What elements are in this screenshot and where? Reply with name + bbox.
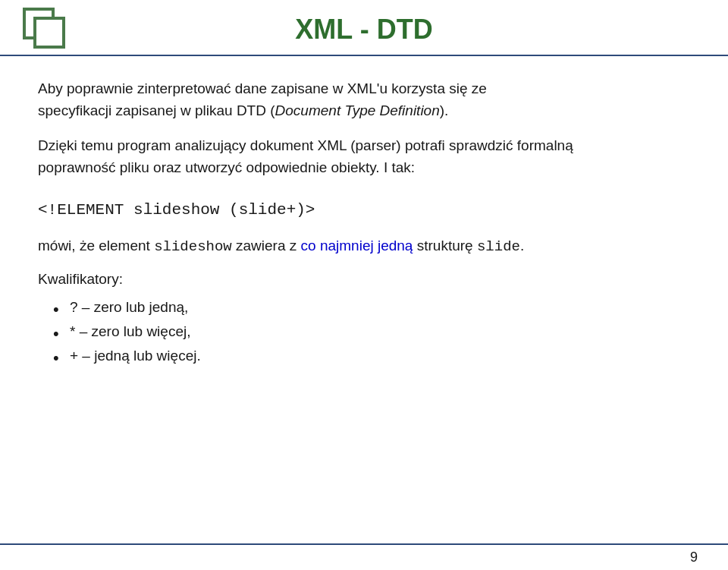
logo: [23, 8, 76, 57]
list-item-text: + – jedną lub więcej.: [70, 348, 201, 364]
element-declaration: <!ELEMENT slideshow (slide+)>: [38, 191, 690, 232]
list-item-text: ? – zero lub jedną,: [70, 299, 188, 315]
qualifiers-list: ? – zero lub jedną, * – zero lub więcej,…: [53, 295, 690, 369]
list-item: + – jedną lub więcej.: [53, 344, 690, 368]
intro-paragraph: Aby poprawnie zinterpretować dane zapisa…: [38, 77, 690, 122]
page-title: XML - DTD: [295, 14, 432, 46]
explains-code1: slideshow: [154, 238, 232, 255]
explains-middle: zawiera z: [232, 238, 301, 254]
list-item: * – zero lub więcej,: [53, 320, 690, 344]
explains-highlight: co najmniej jedną: [301, 238, 413, 254]
code-prefix: <!ELEMENT: [38, 201, 133, 219]
explains-end: .: [520, 238, 524, 254]
intro-text-line2-prefix: specyfikacji zapisanej w plikau DTD (: [38, 102, 275, 118]
qualifiers-title: Kwalifikatory:: [38, 271, 690, 288]
slide-footer: 9: [0, 543, 728, 570]
slide-header: XML - DTD: [0, 0, 728, 56]
page-number: 9: [690, 550, 698, 565]
explains-suffix: strukturę: [413, 238, 476, 254]
logo-rect-inner: [33, 17, 65, 49]
slide-content: Aby poprawnie zinterpretować dane zapisa…: [0, 56, 728, 543]
list-item-text: * – zero lub więcej,: [70, 323, 190, 339]
explains-paragraph: mówi, że element slideshow zawiera z co …: [38, 235, 690, 258]
explains-prefix: mówi, że element: [38, 238, 154, 254]
description-paragraph: Dzięki temu program analizujący dokument…: [38, 134, 690, 179]
slide-page: XML - DTD Aby poprawnie zinterpretować d…: [0, 0, 728, 570]
explains-code2: slide: [477, 238, 520, 255]
logo-graphic: [23, 8, 76, 57]
intro-text-line2-suffix: ).: [440, 102, 449, 118]
intro-text-italic: Document Type Definition: [275, 102, 440, 118]
description-line2: poprawność pliku oraz utworzyć odpowiedn…: [38, 159, 415, 175]
code-suffix: (slide+)>: [219, 201, 315, 219]
list-item: ? – zero lub jedną,: [53, 295, 690, 320]
intro-text-line1: Aby poprawnie zinterpretować dane zapisa…: [38, 80, 487, 96]
code-keyword: slideshow: [133, 201, 219, 219]
code-block: <!ELEMENT slideshow (slide+)>: [38, 197, 690, 223]
description-line1: Dzięki temu program analizujący dokument…: [38, 137, 573, 153]
